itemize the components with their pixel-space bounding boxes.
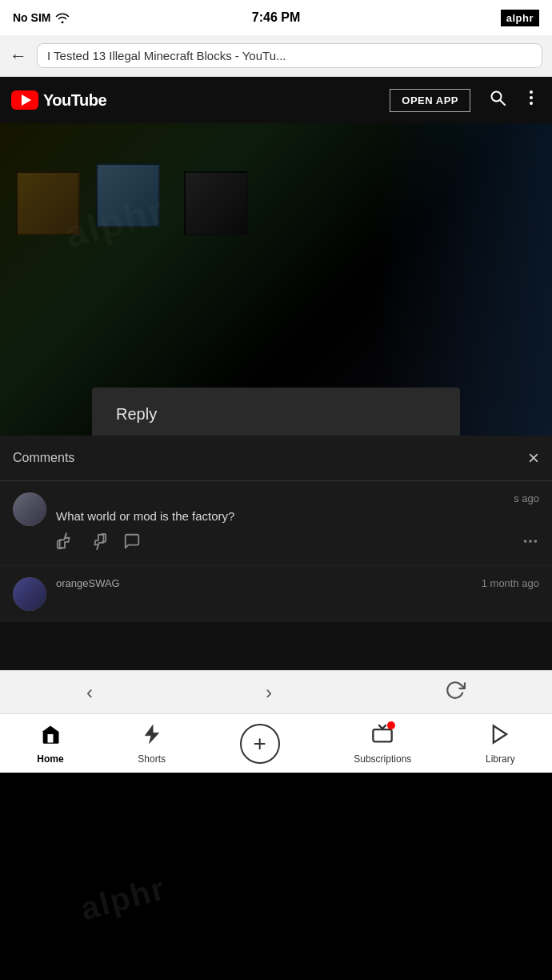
status-bar: No SIM 7:46 PM alphr bbox=[0, 0, 552, 35]
youtube-header: YouTube OPEN APP bbox=[0, 77, 552, 123]
svg-point-3 bbox=[530, 96, 533, 99]
comment-avatar-2 bbox=[13, 577, 46, 611]
comment-actions-1 bbox=[56, 532, 539, 554]
like-button-1[interactable] bbox=[56, 532, 74, 554]
library-icon bbox=[489, 723, 511, 751]
browser-refresh-button[interactable] bbox=[429, 673, 482, 712]
browser-back-nav-button[interactable]: ‹ bbox=[70, 675, 109, 710]
comments-label: Comments bbox=[13, 451, 74, 465]
comments-header: Comments × bbox=[0, 436, 552, 481]
browser-url-bar[interactable]: I Tested 13 Illegal Minecraft Blocks - Y… bbox=[37, 43, 542, 68]
comment-time-2: 1 month ago bbox=[482, 577, 539, 592]
shorts-icon bbox=[141, 723, 163, 751]
comments-section: Comments × s ago What world or mod is th… bbox=[0, 436, 552, 622]
subscriptions-icon-wrapper bbox=[371, 723, 394, 751]
open-app-button[interactable]: OPEN APP bbox=[390, 89, 470, 112]
more-actions-button-1[interactable] bbox=[522, 532, 539, 554]
brand-logo: alphr bbox=[501, 10, 539, 26]
dislike-button-1[interactable] bbox=[90, 532, 107, 554]
dark-spacer bbox=[0, 622, 552, 670]
svg-point-4 bbox=[530, 102, 533, 105]
app-bottom-nav: Home Shorts + Subscriptions bbox=[0, 713, 552, 773]
svg-point-0 bbox=[492, 92, 502, 102]
svg-line-1 bbox=[501, 101, 506, 106]
svg-marker-9 bbox=[494, 725, 506, 742]
reply-button-1[interactable] bbox=[123, 532, 141, 554]
home-icon bbox=[39, 723, 62, 751]
svg-point-5 bbox=[524, 540, 527, 543]
wifi-icon bbox=[55, 12, 70, 23]
youtube-logo: YouTube bbox=[11, 90, 106, 110]
shorts-label: Shorts bbox=[138, 753, 166, 765]
library-label: Library bbox=[486, 753, 515, 765]
carrier-text: No SIM bbox=[13, 11, 50, 24]
comment-meta-1: s ago bbox=[56, 492, 539, 504]
comments-close-button[interactable]: × bbox=[528, 447, 539, 469]
comment-item: s ago What world or mod is the factory? bbox=[0, 481, 552, 566]
nav-home[interactable]: Home bbox=[37, 723, 63, 765]
home-label: Home bbox=[37, 753, 63, 765]
browser-back-button[interactable]: ← bbox=[10, 46, 27, 66]
youtube-play-icon bbox=[11, 90, 38, 110]
comment-username-2: orangeSWAG bbox=[56, 577, 120, 589]
search-icon[interactable] bbox=[488, 88, 507, 112]
svg-rect-8 bbox=[374, 729, 392, 741]
status-time: 7:46 PM bbox=[252, 10, 300, 25]
nav-subscriptions[interactable]: Subscriptions bbox=[354, 723, 411, 765]
comment-body-1: s ago What world or mod is the factory? bbox=[56, 492, 539, 554]
browser-bottom-nav: ‹ › bbox=[0, 670, 552, 713]
comment-body-2: orangeSWAG 1 month ago bbox=[56, 577, 539, 611]
svg-point-7 bbox=[534, 540, 538, 543]
browser-bar: ← I Tested 13 Illegal Minecraft Blocks -… bbox=[0, 35, 552, 77]
comment-avatar-1 bbox=[13, 492, 46, 526]
nav-add-button[interactable]: + bbox=[240, 724, 280, 764]
carrier-info: No SIM bbox=[13, 11, 70, 24]
youtube-wordmark: YouTube bbox=[43, 91, 106, 110]
nav-shorts[interactable]: Shorts bbox=[138, 723, 166, 765]
video-area: Reply Like Dislike Delete Cancel bbox=[0, 123, 552, 436]
avatar-image-1 bbox=[13, 492, 46, 526]
subscriptions-label: Subscriptions bbox=[354, 753, 411, 765]
svg-point-2 bbox=[530, 90, 533, 94]
svg-point-6 bbox=[529, 540, 532, 543]
add-icon: + bbox=[253, 731, 266, 757]
subscription-badge bbox=[387, 721, 395, 729]
more-options-icon[interactable] bbox=[522, 88, 541, 112]
context-menu-reply[interactable]: Reply bbox=[92, 388, 460, 436]
comment-text-1: What world or mod is the factory? bbox=[56, 508, 539, 524]
comment-time-1: s ago bbox=[514, 492, 539, 504]
comment-item-2: orangeSWAG 1 month ago bbox=[0, 566, 552, 622]
browser-forward-nav-button[interactable]: › bbox=[250, 675, 288, 710]
context-menu: Reply Like Dislike Delete Cancel bbox=[92, 388, 460, 436]
nav-library[interactable]: Library bbox=[486, 723, 515, 765]
watermark-2: alphr bbox=[77, 870, 170, 927]
